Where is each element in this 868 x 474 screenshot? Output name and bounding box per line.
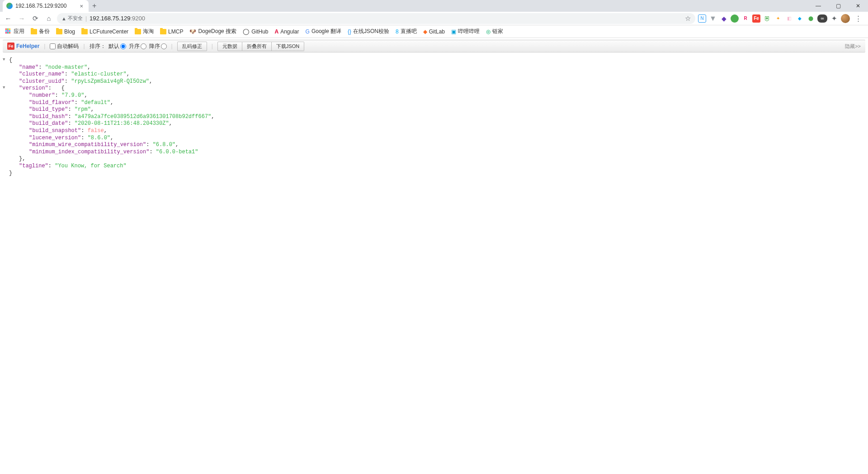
sort-desc-radio[interactable]: 降序	[149, 43, 167, 50]
forward-button[interactable]: →	[16, 13, 27, 24]
back-button[interactable]: ←	[3, 13, 14, 24]
ext-icon-5[interactable]: R	[741, 14, 750, 23]
translate-icon: G	[306, 28, 310, 35]
bookmark-google-translate[interactable]: GGoogle 翻译	[304, 26, 343, 37]
sort-radio-group: 排序： 默认 升序 降序	[90, 43, 167, 50]
address-text: 192.168.75.129:9200	[90, 15, 145, 22]
ext-icon-12[interactable]: ∞	[817, 14, 827, 23]
window-close-button[interactable]: ✕	[848, 0, 868, 12]
bookmarks-bar: 应用 备份 Blog LCFutureCenter 海淘 LMCP 🐶DogeD…	[0, 25, 868, 38]
json-row-build-snapshot: "build_snapshot": false,	[9, 128, 859, 135]
bookmark-star-icon[interactable]: ☆	[685, 14, 691, 23]
fix-encoding-button[interactable]: 乱码修正	[177, 42, 207, 51]
window-maximize-button[interactable]: ▢	[828, 0, 848, 12]
collapse-arrow-icon[interactable]: ▼	[3, 57, 5, 63]
folder-icon	[135, 29, 141, 34]
ext-icon-2[interactable]: ▼	[709, 14, 717, 23]
json-row-min-wire: "minimum_wire_compatibility_version": "6…	[9, 142, 859, 149]
json-version-close: },	[9, 156, 859, 163]
json-row-build-hash: "build_hash": "a479a2a7fce0389512d6a9361…	[9, 114, 859, 121]
json-root-close: }	[9, 170, 859, 177]
extensions-puzzle-icon[interactable]: ✦	[830, 14, 838, 23]
window-minimize-button[interactable]: —	[808, 0, 828, 12]
bookmark-haitao[interactable]: 海淘	[133, 26, 156, 37]
json-row-cluster-name: "cluster_name": "elastic-cluster",	[9, 71, 859, 78]
fehelper-logo-icon: Fe	[7, 43, 14, 50]
hide-toolbar-link[interactable]: 隐藏>>	[845, 43, 861, 50]
github-icon: ◯	[243, 28, 250, 35]
bookmark-bilibili[interactable]: ▣哔哩哔哩	[449, 26, 481, 37]
json-root-open: ▼ {	[9, 57, 859, 64]
folder-icon	[160, 29, 166, 34]
collapse-arrow-icon[interactable]: ▼	[3, 85, 5, 91]
bookmark-zhibo8[interactable]: 8直播吧	[394, 26, 419, 37]
collapse-all-button[interactable]: 折叠所有	[242, 42, 272, 51]
security-warning-icon[interactable]: ▲ 不安全	[61, 15, 83, 22]
fe-button-group: 元数据 折叠所有 下载JSON	[217, 42, 304, 51]
bookmark-github[interactable]: ◯GitHub	[241, 27, 270, 36]
json-row-build-type: "build_type": "rpm",	[9, 106, 859, 114]
address-bar[interactable]: ▲ 不安全 | 192.168.75.129:9200 ☆	[57, 13, 695, 24]
ext-icon-10[interactable]: ◆	[796, 14, 804, 23]
bookmark-json-validate[interactable]: {}在线JSON校验	[346, 26, 391, 37]
extension-icons: N ▼ ◆ R Fe ⛨ ✦ ◧ ◆ ⬤ ∞ ✦ ⋮	[698, 13, 865, 24]
folder-icon	[81, 29, 88, 34]
bookmark-dogedoge[interactable]: 🐶DogeDoge 搜索	[188, 26, 238, 37]
security-text: 不安全	[68, 15, 83, 22]
apps-label: 应用	[14, 28, 24, 35]
bookmark-backup[interactable]: 备份	[29, 26, 52, 37]
bookmark-blog[interactable]: Blog	[54, 27, 77, 36]
profile-avatar[interactable]	[841, 14, 850, 23]
fehelper-toolbar: Fe FeHelper | 自动解码 | 排序： 默认 升序 降序 | 乱码修正…	[3, 40, 865, 52]
json-row-build-flavor: "build_flavor": "default",	[9, 100, 859, 107]
json-row-lucene-version: "lucene_version": "8.6.0",	[9, 135, 859, 142]
ext-icon-9[interactable]: ◧	[785, 14, 793, 23]
doge-icon: 🐶	[189, 28, 196, 35]
bookmark-lianjia[interactable]: ◎链家	[484, 26, 505, 37]
json-row-tagline: "tagline": "You Know, for Search"	[9, 163, 859, 170]
bookmark-angular[interactable]: AAngular	[273, 27, 301, 36]
browser-tab[interactable]: 192.168.75.129:9200 ×	[3, 0, 89, 12]
close-tab-icon[interactable]: ×	[78, 3, 85, 9]
json-row-build-date: "build_date": "2020-08-11T21:36:48.20433…	[9, 120, 859, 128]
lianjia-icon: ◎	[486, 28, 491, 35]
home-button[interactable]: ⌂	[43, 13, 54, 24]
json-viewer: ▼ { "name": "node-master", "cluster_name…	[0, 52, 868, 181]
browser-toolbar: ← → ⟳ ⌂ ▲ 不安全 | 192.168.75.129:9200 ☆ N …	[0, 12, 868, 25]
apps-grid-icon	[5, 28, 12, 35]
new-tab-button[interactable]: +	[89, 0, 100, 12]
gitlab-icon: ◆	[423, 28, 427, 35]
download-json-button[interactable]: 下载JSON	[272, 42, 304, 51]
ext-icon-6[interactable]: Fe	[752, 14, 760, 23]
ext-icon-8[interactable]: ✦	[774, 14, 782, 23]
ext-icon-7[interactable]: ⛨	[763, 14, 771, 23]
angular-icon: A	[275, 28, 279, 35]
reload-button[interactable]: ⟳	[30, 13, 41, 24]
json-row-name: "name": "node-master",	[9, 64, 859, 71]
zhibo-icon: 8	[396, 28, 399, 35]
tab-favicon	[6, 3, 13, 9]
address-separator: |	[85, 15, 87, 22]
fehelper-logo[interactable]: Fe FeHelper	[7, 43, 39, 50]
apps-button[interactable]: 应用	[4, 26, 26, 37]
raw-data-button[interactable]: 元数据	[217, 42, 242, 51]
auto-decode-input[interactable]	[50, 43, 56, 49]
sort-default-radio[interactable]: 默认	[108, 43, 126, 50]
window-controls: — ▢ ✕	[808, 0, 868, 12]
tab-title: 192.168.75.129:9200	[15, 3, 75, 9]
bookmark-lcfuture[interactable]: LCFutureCenter	[80, 27, 130, 36]
json-icon: {}	[348, 28, 351, 35]
sort-asc-radio[interactable]: 升序	[129, 43, 146, 50]
bookmark-gitlab[interactable]: ◆GitLab	[421, 27, 447, 36]
browser-menu-icon[interactable]: ⋮	[853, 13, 863, 24]
auto-decode-checkbox[interactable]: 自动解码	[50, 43, 79, 50]
bilibili-icon: ▣	[451, 28, 456, 35]
json-row-version: ▼ "version": {	[9, 85, 859, 92]
ext-icon-11[interactable]: ⬤	[807, 14, 815, 23]
browser-titlebar: 192.168.75.129:9200 × + — ▢ ✕	[0, 0, 868, 12]
ext-icon-4[interactable]	[731, 14, 739, 23]
ext-icon-1[interactable]: N	[698, 14, 706, 23]
bookmark-lmcp[interactable]: LMCP	[158, 27, 185, 36]
ext-icon-3[interactable]: ◆	[720, 14, 728, 23]
folder-icon	[56, 29, 62, 34]
